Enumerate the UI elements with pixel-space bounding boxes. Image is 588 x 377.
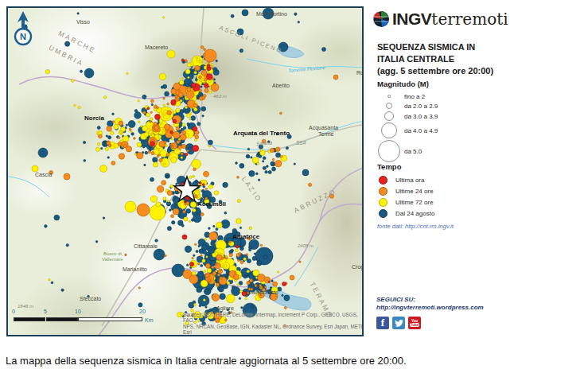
magnitude-circle xyxy=(386,103,392,109)
scale-bar-tick: 5 xyxy=(44,309,47,314)
epicenter-star xyxy=(8,8,364,336)
title-line-3: (agg. 5 settembre ore 20:00) xyxy=(377,65,493,77)
attribution-line: Sources: Esri, HERE, DeLorme, Intermap, … xyxy=(183,312,364,324)
scale-bar-tick: 0 xyxy=(12,309,15,314)
epicenter-star-shape xyxy=(174,177,200,201)
scale-bar-tick: 10 xyxy=(75,309,81,314)
magnitude-legend-row: fino a 2 xyxy=(377,91,576,101)
scale-bar-segment xyxy=(14,317,45,321)
scale-bar-tick: 20 xyxy=(139,309,146,314)
scale-bar-unit: Km xyxy=(145,317,154,323)
ingv-terremoti-logo: INGVterremoti xyxy=(372,10,508,29)
magnitude-label: da 3.0 a 3.9 xyxy=(404,113,438,120)
facebook-icon[interactable]: f xyxy=(376,317,389,329)
follow-block: SEGUICI SU: http://ingvterremoti.wordpre… xyxy=(376,296,484,312)
tempo-color-dot xyxy=(379,209,387,218)
social-icons: f You Tube xyxy=(376,317,421,329)
logo-text-terremoti: terremoti xyxy=(431,10,508,29)
magnitude-circle xyxy=(378,140,400,162)
title-line-2: ITALIA CENTRALE xyxy=(377,53,493,65)
tempo-label: Ultime 24 ore xyxy=(395,188,434,195)
scale-bar-segment xyxy=(78,317,142,321)
magnitude-circle xyxy=(381,122,397,138)
tempo-legend-row: Ultime 24 ore xyxy=(377,185,576,196)
tempo-label: Ultima ora xyxy=(395,177,424,184)
magnitude-legend-row: da 2.0 a 2.9 xyxy=(377,101,576,111)
follow-label: SEGUICI SU: xyxy=(376,296,484,304)
tempo-legend-row: Ultime 72 ore xyxy=(377,196,576,208)
logo-text-ingv: INGV xyxy=(392,10,431,29)
magnitude-legend-row: da 3.0 a 3.9 xyxy=(377,111,576,122)
tempo-color-dot xyxy=(379,187,387,196)
magnitude-circle-column xyxy=(377,95,401,98)
legend-panel: INGVterremoti SEQUENZA SISMICA IN ITALIA… xyxy=(371,6,584,348)
magnitude-label: da 2.0 a 2.9 xyxy=(404,103,438,110)
magnitude-legend-row: da 4.0 a 4.9 xyxy=(377,122,576,139)
tempo-legend: Tempo Ultima oraUltime 24 oreUltime 72 o… xyxy=(377,162,576,219)
magnitude-label: da 5.0 xyxy=(404,148,422,155)
magnitude-circle xyxy=(387,95,391,98)
globe-icon xyxy=(372,10,390,28)
data-source-link[interactable]: fonte dati: http://cnt.rm.ingv.it xyxy=(377,223,454,230)
seismic-map: VissoMARCHEUMBRIAMontefortinoASCOLI PICE… xyxy=(6,6,364,336)
tempo-label: Dal 24 agosto xyxy=(395,210,434,217)
panel-title: SEQUENZA SISMICA IN ITALIA CENTRALE (agg… xyxy=(377,41,493,77)
tempo-legend-row: Dal 24 agosto xyxy=(377,208,576,219)
magnitude-rows: fino a 2da 2.0 a 2.9da 3.0 a 3.9da 4.0 a… xyxy=(377,91,576,163)
tempo-legend-row: Ultima ora xyxy=(377,174,576,185)
attribution-line: NPS, NRCAN, GeoBase, IGN, Kadaster NL, O… xyxy=(183,324,364,336)
magnitude-circle-column xyxy=(377,111,401,121)
attribution-line: China (Hong Kong), swisstopo, MapmyIndia… xyxy=(183,335,364,336)
north-arrow: N xyxy=(11,10,35,47)
title-line-1: SEQUENZA SISMICA IN xyxy=(377,41,493,53)
twitter-icon[interactable] xyxy=(392,317,405,329)
youtube-tube-text: Tube xyxy=(410,323,419,327)
magnitude-circle-column xyxy=(377,122,401,138)
magnitude-label: fino a 2 xyxy=(404,93,425,100)
screenshot-root: VissoMARCHEUMBRIAMontefortinoASCOLI PICE… xyxy=(0,0,588,377)
tempo-color-dot xyxy=(379,198,387,207)
magnitude-circle-column xyxy=(377,140,401,162)
scale-bar-segment xyxy=(46,317,78,321)
tempo-color-dot xyxy=(379,176,387,185)
magnitude-heading: Magnitudo (M) xyxy=(377,80,576,88)
youtube-icon[interactable]: You Tube xyxy=(408,317,421,329)
tempo-heading: Tempo xyxy=(377,162,576,171)
magnitude-circle-column xyxy=(377,103,401,109)
magnitude-label: da 4.0 a 4.9 xyxy=(404,127,438,134)
map-attribution: Sources: Esri, HERE, DeLorme, Intermap, … xyxy=(183,312,364,336)
magnitude-legend-row: da 5.0 xyxy=(377,139,576,163)
twitter-bird xyxy=(395,320,403,327)
tempo-label: Ultime 72 ore xyxy=(395,199,434,206)
figure-caption: La mappa della sequenza sismica in Itali… xyxy=(6,355,407,367)
magnitude-legend: Magnitudo (M) fino a 2da 2.0 a 2.9da 3.0… xyxy=(377,80,576,163)
magnitude-circle xyxy=(384,111,394,121)
youtube-you-text: You xyxy=(411,320,418,323)
svg-text:N: N xyxy=(20,32,26,41)
follow-url[interactable]: http://ingvterremoti.wordpress.com xyxy=(376,304,484,312)
tempo-rows: Ultima oraUltime 24 oreUltime 72 oreDal … xyxy=(377,174,576,219)
